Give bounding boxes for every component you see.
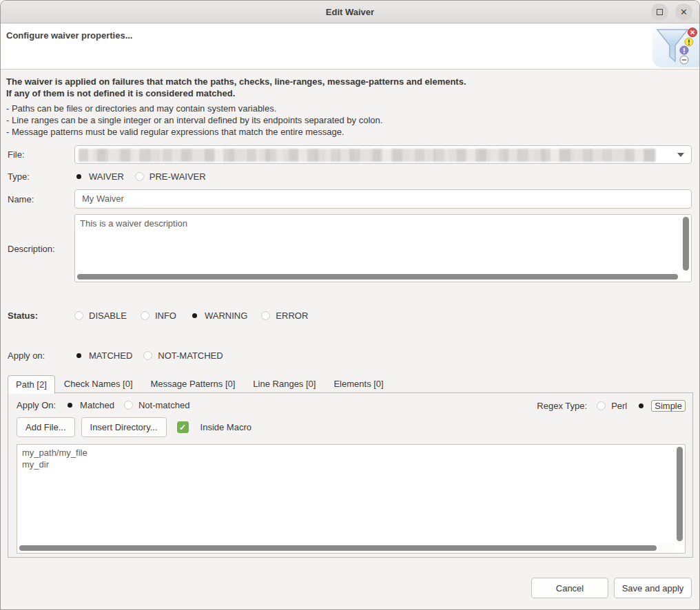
description-textarea[interactable]: This is a waiver description bbox=[74, 214, 692, 282]
close-icon: ✕ bbox=[680, 8, 688, 17]
tab-check-names[interactable]: Check Names [0] bbox=[55, 375, 142, 393]
intro-note-line-ranges: - Line ranges can be a single integer or… bbox=[6, 115, 382, 125]
radio-matched-panel[interactable]: Matched bbox=[65, 400, 114, 410]
add-file-button[interactable]: Add File... bbox=[17, 417, 75, 437]
paths-horizontal-scrollbar[interactable] bbox=[18, 545, 675, 552]
radio-not-matched-panel[interactable]: Not-matched bbox=[124, 400, 189, 410]
radio-label: Matched bbox=[80, 400, 114, 410]
tab-message-patterns[interactable]: Message Patterns [0] bbox=[142, 375, 245, 393]
file-combobox[interactable] bbox=[74, 145, 692, 164]
close-button[interactable]: ✕ bbox=[675, 3, 692, 21]
panel-apply-on-label: Apply On: bbox=[17, 400, 56, 410]
paths-textarea[interactable]: my_path/my_file my_dir bbox=[17, 444, 686, 554]
insert-directory-button[interactable]: Insert Directory... bbox=[81, 417, 167, 437]
radio-unselected-icon bbox=[597, 401, 606, 410]
radio-error[interactable]: ERROR bbox=[261, 311, 308, 321]
save-and-apply-button[interactable]: Save and apply bbox=[614, 578, 692, 598]
paths-vertical-scrollbar[interactable] bbox=[675, 445, 684, 545]
regex-type-label: Regex Type: bbox=[537, 401, 587, 411]
radio-selected-icon bbox=[65, 401, 74, 410]
radio-unselected-icon bbox=[143, 351, 152, 360]
radio-label: Perl bbox=[611, 401, 627, 411]
scrollbar-thumb[interactable] bbox=[77, 274, 678, 280]
description-vertical-scrollbar[interactable] bbox=[681, 215, 690, 273]
name-label: Name: bbox=[8, 194, 34, 204]
maximize-icon bbox=[657, 9, 663, 15]
waiver-funnel-icon bbox=[652, 24, 699, 67]
radio-selected-icon bbox=[74, 172, 83, 181]
radio-unselected-icon bbox=[135, 172, 144, 181]
tab-line-ranges[interactable]: Line Ranges [0] bbox=[244, 375, 325, 393]
tab-elements[interactable]: Elements [0] bbox=[325, 375, 392, 393]
description-horizontal-scrollbar[interactable] bbox=[76, 273, 681, 281]
radio-selected-icon bbox=[637, 401, 646, 410]
radio-not-matched[interactable]: NOT-MATCHED bbox=[143, 350, 223, 361]
dialog-header: Configure waiver properties... bbox=[1, 24, 699, 70]
radio-label: Not-matched bbox=[138, 400, 189, 410]
radio-disable[interactable]: DISABLE bbox=[74, 311, 127, 321]
inside-macro-label: Inside Macro bbox=[200, 422, 251, 432]
type-label: Type: bbox=[8, 171, 30, 182]
apply-on-label: Apply on: bbox=[8, 350, 45, 361]
radio-label: DISABLE bbox=[89, 311, 127, 321]
radio-unselected-icon bbox=[124, 401, 133, 410]
intro-line-2: If any of them is not defined it is cons… bbox=[6, 88, 235, 98]
radio-selected-icon bbox=[74, 351, 83, 360]
description-label: Description: bbox=[8, 244, 55, 254]
radio-label: WARNING bbox=[205, 311, 247, 321]
window-title: Edit Waiver bbox=[1, 1, 699, 23]
radio-info[interactable]: INFO bbox=[141, 311, 176, 321]
inside-macro-checkbox[interactable]: ✓ bbox=[177, 421, 189, 433]
apply-on-radio-group: MATCHED NOT-MATCHED bbox=[74, 350, 223, 361]
radio-label: PRE-WAIVER bbox=[150, 171, 206, 182]
radio-unselected-icon bbox=[261, 311, 270, 320]
scrollbar-thumb[interactable] bbox=[19, 545, 657, 551]
path-tab-panel: Apply On: Matched Not-matched Regex Type… bbox=[8, 392, 693, 558]
file-redacted-value bbox=[79, 149, 656, 162]
path-entry: my_path/my_file bbox=[22, 447, 88, 459]
tab-bar: Path [2] Check Names [0] Message Pattern… bbox=[8, 375, 393, 393]
radio-label: NOT-MATCHED bbox=[158, 350, 223, 361]
status-label: Status: bbox=[8, 311, 38, 321]
radio-label: MATCHED bbox=[89, 350, 132, 361]
radio-unselected-icon bbox=[74, 311, 83, 320]
path-entry: my_dir bbox=[22, 459, 49, 470]
type-radio-group: WAIVER PRE-WAIVER bbox=[74, 171, 206, 182]
radio-label: INFO bbox=[155, 311, 176, 321]
radio-waiver[interactable]: WAIVER bbox=[74, 171, 124, 182]
cancel-button[interactable]: Cancel bbox=[531, 578, 608, 598]
radio-perl[interactable]: Perl bbox=[597, 401, 627, 411]
name-input[interactable]: My Waiver bbox=[74, 189, 692, 209]
radio-label: WAIVER bbox=[89, 171, 124, 182]
file-label: File: bbox=[8, 149, 25, 160]
titlebar[interactable]: Edit Waiver ✕ bbox=[1, 1, 699, 23]
description-text: This is a waiver description bbox=[80, 218, 187, 229]
radio-label: ERROR bbox=[276, 311, 308, 321]
intro-line-1: The waiver is applied on failures that m… bbox=[6, 76, 466, 87]
regex-type-group: Regex Type: Perl Simple bbox=[537, 400, 686, 412]
radio-matched[interactable]: MATCHED bbox=[74, 350, 132, 361]
radio-selected-icon bbox=[190, 311, 199, 320]
edit-waiver-dialog: Edit Waiver ✕ Configure waiver propertie… bbox=[0, 0, 700, 610]
panel-button-row: Add File... Insert Directory... ✓ Inside… bbox=[17, 417, 251, 437]
intro-note-paths: - Paths can be files or directories and … bbox=[6, 103, 276, 114]
tab-path[interactable]: Path [2] bbox=[8, 375, 55, 394]
dialog-subtitle: Configure waiver properties... bbox=[6, 30, 133, 41]
dropdown-arrow-icon[interactable] bbox=[677, 153, 684, 157]
panel-apply-on-group: Apply On: Matched Not-matched bbox=[17, 400, 189, 410]
scrollbar-thumb[interactable] bbox=[683, 217, 689, 271]
radio-label-focused: Simple bbox=[651, 400, 686, 412]
maximize-button[interactable] bbox=[651, 3, 668, 21]
radio-pre-waiver[interactable]: PRE-WAIVER bbox=[135, 171, 206, 182]
scrollbar-thumb[interactable] bbox=[677, 447, 683, 541]
checkmark-icon: ✓ bbox=[179, 423, 186, 432]
radio-warning[interactable]: WARNING bbox=[190, 311, 247, 321]
radio-simple[interactable]: Simple bbox=[637, 400, 686, 412]
intro-note-message-patterns: - Message patterns must be valid regular… bbox=[6, 127, 344, 137]
status-radio-group: DISABLE INFO WARNING ERROR bbox=[74, 310, 308, 321]
radio-unselected-icon bbox=[141, 311, 150, 320]
